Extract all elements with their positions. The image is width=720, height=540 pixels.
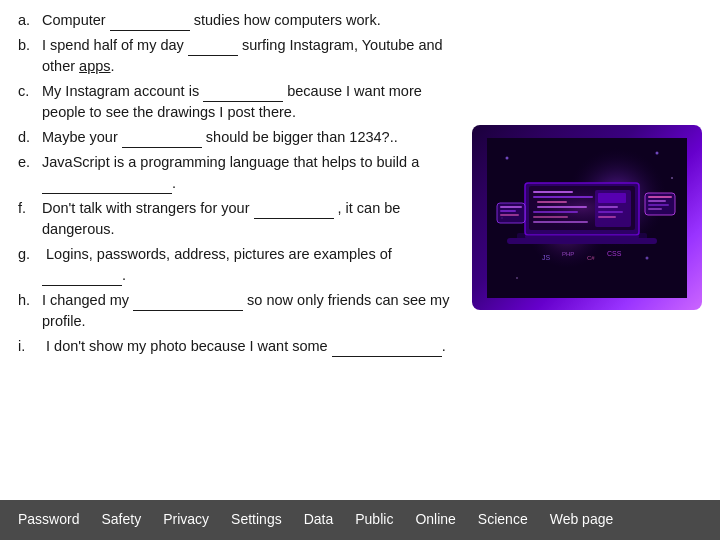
text-f: Don't talk with strangers for your , it … — [42, 198, 462, 240]
svg-text:CSS: CSS — [607, 250, 622, 257]
svg-rect-32 — [648, 200, 666, 202]
svg-rect-29 — [500, 214, 519, 216]
svg-point-4 — [656, 151, 659, 154]
word-science[interactable]: Science — [478, 508, 528, 530]
label-f: f. — [18, 198, 42, 219]
blank-c — [203, 88, 283, 103]
label-a: a. — [18, 10, 42, 31]
blank-b — [188, 42, 238, 57]
svg-point-7 — [646, 256, 649, 259]
label-i: i. — [18, 336, 42, 357]
blank-e — [42, 180, 172, 195]
word-safety[interactable]: Safety — [101, 508, 141, 530]
text-e: JavaScript is a programming language tha… — [42, 152, 462, 194]
svg-rect-10 — [507, 238, 657, 244]
svg-rect-33 — [648, 204, 669, 206]
svg-rect-34 — [648, 208, 662, 210]
svg-point-5 — [671, 177, 673, 179]
laptop-illustration: JS PHP C# CSS — [487, 138, 687, 298]
text-h: I changed my so now only friends can see… — [42, 290, 462, 332]
question-d: d. Maybe your should be bigger than 1234… — [18, 127, 462, 148]
blank-f — [254, 205, 334, 220]
svg-rect-25 — [598, 216, 616, 218]
question-g: g. Logins, passwords, address, pictures … — [18, 244, 462, 286]
word-bank: Password Safety Privacy Settings Data Pu… — [0, 500, 720, 540]
svg-rect-23 — [598, 206, 618, 208]
text-b: I spend half of my day surfing Instagram… — [42, 35, 462, 77]
question-b: b. I spend half of my day surfing Instag… — [18, 35, 462, 77]
question-c: c. My Instagram account is because I wan… — [18, 81, 462, 123]
label-d: d. — [18, 127, 42, 148]
word-privacy[interactable]: Privacy — [163, 508, 209, 530]
svg-text:JS: JS — [542, 254, 551, 261]
label-b: b. — [18, 35, 42, 56]
text-d: Maybe your should be bigger than 1234?.. — [42, 127, 462, 148]
label-h: h. — [18, 290, 42, 311]
svg-rect-16 — [537, 201, 567, 203]
svg-rect-20 — [533, 221, 588, 223]
blank-g — [42, 272, 122, 287]
word-webpage[interactable]: Web page — [550, 508, 614, 530]
question-h: h. I changed my so now only friends can … — [18, 290, 462, 332]
question-f: f. Don't talk with strangers for your , … — [18, 198, 462, 240]
question-e: e. JavaScript is a programming language … — [18, 152, 462, 194]
word-online[interactable]: Online — [415, 508, 455, 530]
text-i: I don't show my photo because I want som… — [42, 336, 462, 357]
svg-rect-22 — [598, 193, 626, 203]
tech-image: JS PHP C# CSS — [472, 125, 702, 310]
svg-rect-17 — [537, 206, 587, 208]
link-apps: apps — [79, 58, 110, 74]
svg-point-8 — [516, 277, 518, 279]
question-a: a. Computer studies how computers work. — [18, 10, 462, 31]
svg-rect-28 — [500, 210, 516, 212]
label-c: c. — [18, 81, 42, 102]
label-e: e. — [18, 152, 42, 173]
word-public[interactable]: Public — [355, 508, 393, 530]
text-c: My Instagram account is because I want m… — [42, 81, 462, 123]
main-content: a. Computer studies how computers work. … — [0, 0, 720, 540]
svg-rect-19 — [533, 216, 568, 218]
text-a: Computer studies how computers work. — [42, 10, 462, 31]
svg-text:PHP: PHP — [562, 251, 574, 257]
svg-point-3 — [506, 156, 509, 159]
svg-rect-31 — [648, 196, 672, 198]
word-settings[interactable]: Settings — [231, 508, 282, 530]
blank-i — [332, 343, 442, 358]
svg-rect-14 — [533, 191, 573, 193]
svg-rect-39 — [525, 235, 639, 238]
word-data[interactable]: Data — [304, 508, 334, 530]
question-i: i. I don't show my photo because I want … — [18, 336, 462, 357]
questions-area: a. Computer studies how computers work. … — [0, 0, 720, 500]
svg-rect-27 — [500, 206, 522, 208]
blank-a — [110, 17, 190, 32]
blank-d — [122, 134, 202, 149]
blank-h — [133, 297, 243, 312]
label-g: g. — [18, 244, 42, 265]
word-password[interactable]: Password — [18, 508, 79, 530]
svg-text:C#: C# — [587, 255, 595, 261]
svg-rect-18 — [533, 211, 578, 213]
questions-list: a. Computer studies how computers work. … — [18, 10, 472, 492]
svg-rect-15 — [533, 196, 593, 198]
svg-rect-24 — [598, 211, 623, 213]
text-g: Logins, passwords, address, pictures are… — [42, 244, 462, 286]
